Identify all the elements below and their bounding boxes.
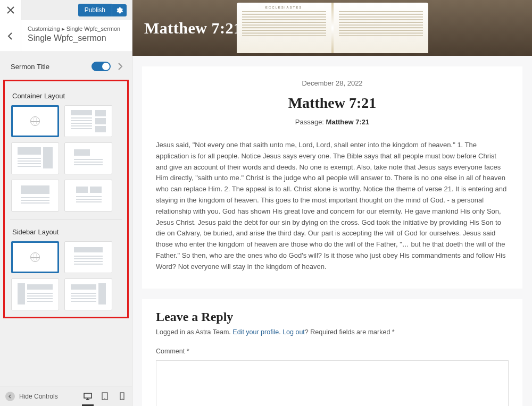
- container-layout-option-3[interactable]: [11, 142, 59, 174]
- passage-label: Passage:: [295, 118, 324, 126]
- hero-banner: ECCLESIASTES Matthew 7:21: [132, 0, 532, 56]
- container-layout-option-2[interactable]: [64, 105, 112, 137]
- breadcrumb-path: Customizing ▸ Single Wpfc_sermon: [28, 26, 126, 32]
- container-layout-option-default[interactable]: [11, 105, 59, 137]
- post-content-card: December 28, 2022 Matthew 7:21 Passage: …: [142, 66, 522, 289]
- reply-card: Leave a Reply Logged in as Astra Team. E…: [142, 299, 522, 406]
- post-passage: Passage: Matthew 7:21: [156, 118, 509, 126]
- publish-settings-button[interactable]: [112, 4, 127, 16]
- reply-logged-in: Logged in as Astra Team.: [156, 328, 232, 336]
- divider: [10, 219, 122, 219]
- chevron-right-icon[interactable]: [116, 62, 124, 71]
- device-mobile[interactable]: [117, 392, 127, 401]
- svg-point-4: [121, 398, 122, 399]
- sidebar-layout-option-default[interactable]: [11, 241, 59, 273]
- globe-icon: [30, 116, 40, 126]
- edit-profile-link[interactable]: Edit your profile: [232, 328, 279, 336]
- desktop-icon: [84, 393, 92, 400]
- sidebar-layout-title: Sidebar Layout: [8, 222, 124, 241]
- hero-title: Matthew 7:21: [144, 19, 242, 37]
- breadcrumb-title: Single Wpfc_sermon: [28, 33, 126, 43]
- sidebar-layout-option-left[interactable]: [11, 278, 59, 310]
- container-layout-option-5[interactable]: [11, 180, 59, 212]
- sidebar-layout-option-none[interactable]: [64, 241, 112, 273]
- device-tablet[interactable]: [100, 392, 110, 401]
- collapse-icon: [5, 392, 15, 401]
- post-date: December 28, 2022: [156, 79, 509, 87]
- container-layout-grid: [8, 105, 124, 212]
- sermon-title-row: Sermon Title: [0, 52, 132, 75]
- reply-subtext: Logged in as Astra Team. Edit your profi…: [156, 328, 509, 336]
- layout-highlight-box: Container Layout: [3, 80, 129, 318]
- publish-row: Publish: [21, 0, 132, 20]
- sidebar-footer: Hide Controls: [0, 386, 132, 406]
- sidebar-layout-option-right[interactable]: [64, 278, 112, 310]
- post-title: Matthew 7:21: [156, 95, 509, 112]
- tablet-icon: [102, 392, 108, 400]
- gear-icon: [116, 7, 123, 14]
- sidebar-topbar: Publish: [0, 0, 132, 20]
- preview-pane: ECCLESIASTES Matthew 7:21 December 28, 2…: [132, 0, 532, 406]
- hero-book-image: ECCLESIASTES: [237, 3, 428, 53]
- hide-controls-button[interactable]: Hide Controls: [5, 392, 58, 401]
- post-body: Jesus said, "Not every one that saith un…: [156, 140, 509, 273]
- hide-controls-label: Hide Controls: [19, 393, 58, 400]
- chevron-left-icon: [6, 32, 15, 40]
- container-layout-title: Container Layout: [8, 86, 124, 105]
- device-desktop[interactable]: [83, 392, 93, 401]
- sermon-title-label: Sermon Title: [11, 63, 49, 71]
- breadcrumb: Customizing ▸ Single Wpfc_sermon Single …: [0, 20, 132, 52]
- comment-label: Comment *: [156, 348, 509, 355]
- breadcrumb-text: Customizing ▸ Single Wpfc_sermon Single …: [21, 20, 132, 52]
- close-icon: [7, 6, 14, 14]
- mobile-icon: [120, 392, 124, 400]
- logout-link[interactable]: Log out: [282, 328, 305, 336]
- customizer-sidebar: Publish Customizing ▸ Single Wpfc_sermon…: [0, 0, 132, 406]
- comment-textarea[interactable]: [156, 360, 509, 406]
- reply-required: ? Required fields are marked *: [305, 328, 395, 336]
- svg-point-2: [104, 398, 105, 399]
- sidebar-body: Sermon Title Container Layout: [0, 52, 132, 386]
- svg-rect-0: [84, 393, 92, 398]
- publish-button[interactable]: Publish: [78, 4, 112, 16]
- close-button[interactable]: [0, 0, 21, 20]
- reply-title: Leave a Reply: [156, 310, 509, 324]
- sidebar-layout-grid: [8, 241, 124, 310]
- passage-value: Matthew 7:21: [326, 118, 370, 126]
- back-button[interactable]: [0, 20, 21, 52]
- sermon-title-toggle[interactable]: [92, 62, 111, 71]
- book-heading: ECCLESIASTES: [242, 6, 326, 9]
- container-layout-option-6[interactable]: [64, 180, 112, 212]
- container-layout-option-4[interactable]: [64, 142, 112, 174]
- device-preview-switcher: [83, 392, 127, 401]
- globe-icon: [30, 252, 40, 262]
